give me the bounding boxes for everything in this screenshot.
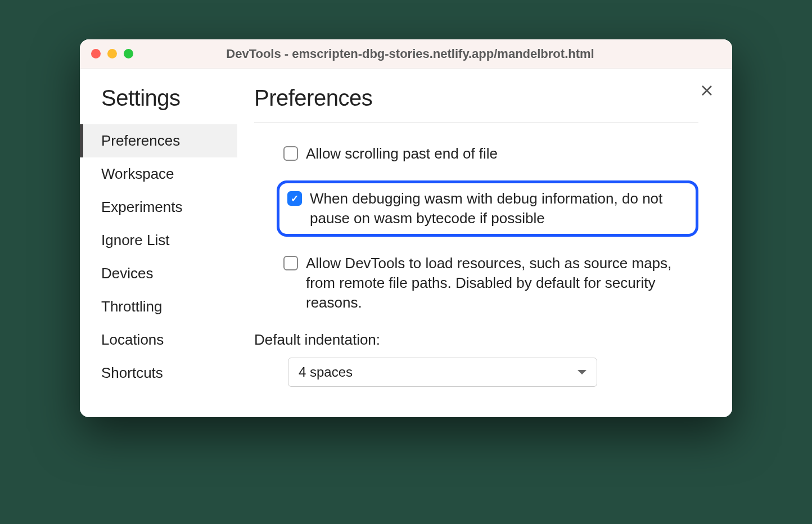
sidebar-item-locations[interactable]: Locations xyxy=(80,323,237,356)
sidebar-item-label: Workspace xyxy=(101,165,174,182)
traffic-lights xyxy=(91,49,133,58)
checkbox-allow-scroll-past-eof[interactable] xyxy=(283,146,298,161)
sidebar-item-throttling[interactable]: Throttling xyxy=(80,290,237,323)
sidebar-item-ignore-list[interactable]: Ignore List xyxy=(80,224,237,257)
close-icon xyxy=(701,84,713,97)
checkbox-allow-remote-resources[interactable] xyxy=(283,256,298,270)
settings-sidebar: Settings Preferences Workspace Experimen… xyxy=(80,69,237,417)
sidebar-item-workspace[interactable]: Workspace xyxy=(80,157,237,191)
indentation-label: Default indentation: xyxy=(254,331,698,349)
sidebar-item-label: Experiments xyxy=(101,198,183,215)
option-label: Allow scrolling past end of file xyxy=(306,144,498,164)
sidebar-item-label: Devices xyxy=(101,265,153,282)
preferences-panel: Preferences Allow scrolling past end of … xyxy=(237,69,732,417)
titlebar: DevTools - emscripten-dbg-stories.netlif… xyxy=(80,39,732,69)
sidebar-item-devices[interactable]: Devices xyxy=(80,257,237,290)
option-label: Allow DevTools to load resources, such a… xyxy=(306,254,692,313)
caret-down-icon xyxy=(578,370,587,374)
sidebar-item-experiments[interactable]: Experiments xyxy=(80,191,237,224)
option-wasm-no-pause[interactable]: ✓ When debugging wasm with debug informa… xyxy=(277,180,698,237)
close-window-button[interactable] xyxy=(91,49,101,58)
option-label: When debugging wasm with debug informati… xyxy=(310,189,688,228)
checkbox-wasm-no-pause[interactable]: ✓ xyxy=(287,191,302,206)
indentation-select[interactable]: 4 spaces xyxy=(288,358,597,387)
sidebar-item-label: Preferences xyxy=(101,132,180,149)
checkmark-icon: ✓ xyxy=(291,193,299,205)
maximize-window-button[interactable] xyxy=(124,49,133,58)
window-title: DevTools - emscripten-dbg-stories.netlif… xyxy=(133,47,721,61)
option-allow-scroll-past-eof[interactable]: Allow scrolling past end of file xyxy=(277,139,698,168)
option-allow-remote-resources[interactable]: Allow DevTools to load resources, such a… xyxy=(277,249,698,317)
settings-content: Settings Preferences Workspace Experimen… xyxy=(80,69,732,417)
minimize-window-button[interactable] xyxy=(107,49,117,58)
indentation-field: 4 spaces xyxy=(288,358,698,387)
indentation-value: 4 spaces xyxy=(299,364,353,380)
sidebar-item-label: Shortcuts xyxy=(101,364,163,381)
close-settings-button[interactable] xyxy=(698,82,715,99)
sidebar-item-label: Ignore List xyxy=(101,232,169,249)
sidebar-item-preferences[interactable]: Preferences xyxy=(80,124,237,157)
devtools-window: DevTools - emscripten-dbg-stories.netlif… xyxy=(80,39,732,417)
sidebar-title: Settings xyxy=(80,85,237,124)
sidebar-item-label: Locations xyxy=(101,331,164,348)
sidebar-item-shortcuts[interactable]: Shortcuts xyxy=(80,356,237,390)
panel-title: Preferences xyxy=(254,85,698,123)
sidebar-item-label: Throttling xyxy=(101,298,162,315)
